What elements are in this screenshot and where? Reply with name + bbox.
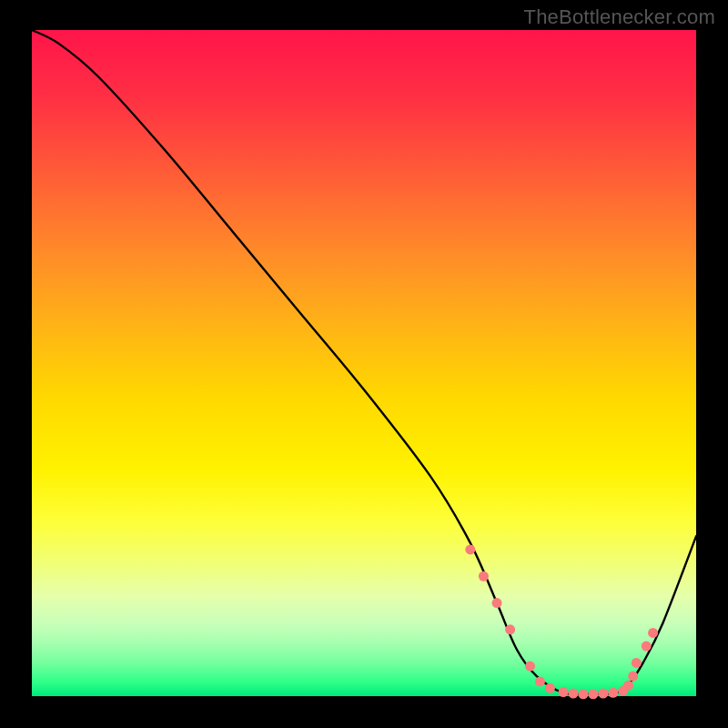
marker-point: [559, 687, 569, 697]
marker-point: [648, 628, 658, 638]
attribution-label: TheBottlenecker.com: [524, 5, 715, 29]
marker-point: [492, 598, 502, 608]
bottleneck-curve-svg: [32, 30, 696, 696]
marker-point: [479, 571, 489, 581]
marker-point: [578, 689, 588, 699]
marker-point: [598, 689, 608, 699]
marker-point: [465, 544, 475, 554]
bottleneck-curve-line: [32, 30, 696, 694]
marker-point: [623, 681, 633, 691]
marker-point: [632, 658, 642, 668]
marker-point: [535, 676, 545, 686]
marker-point: [505, 624, 515, 634]
marker-point: [642, 642, 652, 652]
marker-point: [545, 683, 555, 693]
marker-point: [628, 672, 638, 682]
marker-point: [568, 689, 578, 699]
marker-point: [588, 689, 598, 699]
chart-container: TheBottlenecker.com: [0, 0, 728, 728]
marker-points: [465, 544, 658, 699]
plot-area: [32, 30, 696, 696]
marker-point: [608, 688, 618, 698]
marker-point: [525, 662, 535, 672]
